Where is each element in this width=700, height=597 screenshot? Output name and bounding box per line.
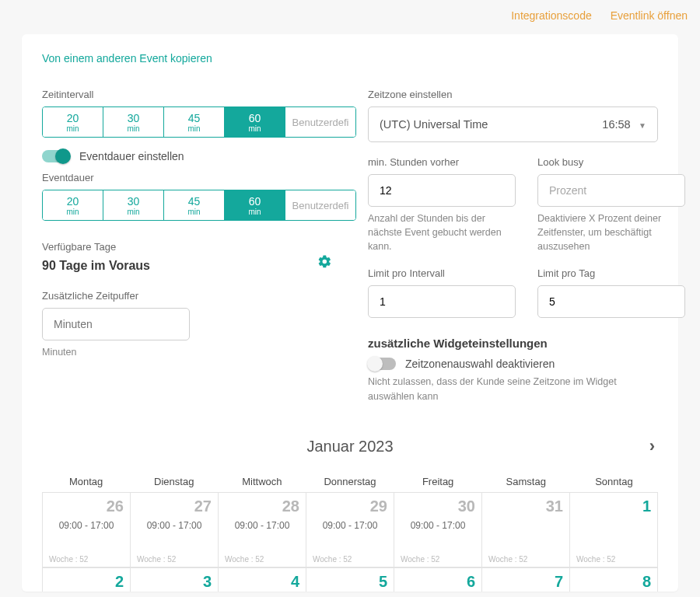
buffer-sublabel: Minuten: [42, 345, 332, 359]
interval-option-custom[interactable]: Benutzerdefi: [285, 190, 355, 220]
calendar-cell[interactable]: 2809:00 - 17:00Woche : 52: [219, 493, 306, 567]
calendar-title: Januar 2023: [306, 438, 393, 456]
calendar-dow: Samstag: [482, 471, 570, 492]
settings-card: Von einem anderen Event kopieren Zeitint…: [22, 34, 678, 592]
calendar-dow: Mittwoch: [218, 471, 306, 492]
min-hours-input[interactable]: [368, 174, 516, 207]
interval-option-30[interactable]: 30min: [103, 190, 164, 220]
available-days-value: 90 Tage im Voraus: [42, 259, 150, 273]
limit-day-label: Limit pro Tag: [537, 267, 685, 279]
calendar-cell[interactable]: 7: [482, 568, 570, 592]
min-hours-label: min. Stunden vorher: [368, 156, 516, 168]
interval-option-20[interactable]: 20min: [43, 190, 103, 220]
open-event-link[interactable]: Eventlink öffnen: [611, 9, 688, 22]
interval-option-30[interactable]: 30min: [103, 107, 164, 137]
calendar-cell[interactable]: 31Woche : 52: [482, 493, 570, 567]
timezone-select[interactable]: (UTC) Universal Time 16:58 ▼: [368, 106, 658, 142]
disable-tz-help: Nicht zulassen, dass der Kunde seine Zei…: [368, 375, 658, 403]
available-days-label: Verfügbare Tage: [42, 241, 150, 253]
calendar-dow-row: MontagDienstagMittwochDonnerstagFreitagS…: [42, 471, 658, 492]
disable-tz-toggle-label: Zeitzonenauswahl deaktivieren: [405, 358, 555, 370]
interval-option-60[interactable]: 60min: [225, 190, 285, 220]
calendar-cell[interactable]: 4: [219, 568, 306, 592]
calendar-dow: Sonntag: [570, 471, 658, 492]
calendar-cell[interactable]: 6: [394, 568, 482, 592]
copy-from-event-link[interactable]: Von einem anderen Event kopieren: [42, 52, 212, 65]
duration-segmented: 20min30min45min60minBenutzerdefi: [42, 190, 356, 221]
calendar-cell[interactable]: 3: [131, 568, 219, 592]
buffer-label: Zusätzliche Zeitpuffer: [42, 290, 332, 302]
set-duration-toggle-label: Eventdauer einstellen: [79, 150, 184, 162]
interval-option-custom[interactable]: Benutzerdefi: [285, 107, 355, 137]
interval-label: Zeitintervall: [42, 89, 332, 100]
limit-interval-label: Limit pro Intervall: [368, 267, 516, 279]
limit-interval-input[interactable]: [368, 285, 516, 318]
calendar-cell[interactable]: 2609:00 - 17:00Woche : 52: [43, 493, 131, 567]
look-busy-input[interactable]: [537, 174, 685, 207]
calendar-dow: Freitag: [394, 471, 482, 492]
min-hours-help: Anzahl der Stunden bis der nächste Event…: [368, 211, 516, 253]
interval-option-20[interactable]: 20min: [43, 107, 103, 137]
gear-icon[interactable]: [317, 254, 332, 273]
calendar-cell[interactable]: 2: [43, 568, 131, 592]
buffer-input[interactable]: [42, 308, 190, 340]
calendar-week-2: 2345678: [42, 567, 658, 592]
interval-option-60[interactable]: 60min: [225, 107, 285, 137]
calendar-dow: Dienstag: [130, 471, 218, 492]
timezone-label: Zeitzone einstellen: [368, 89, 658, 100]
interval-option-45[interactable]: 45min: [164, 190, 225, 220]
right-column: Zeitzone einstellen (UTC) Universal Time…: [368, 89, 658, 403]
calendar-week-1: 2609:00 - 17:00Woche : 522709:00 - 17:00…: [42, 492, 658, 567]
interval-option-45[interactable]: 45min: [164, 107, 225, 137]
calendar-next-icon[interactable]: ›: [649, 438, 655, 455]
timezone-time: 16:58: [602, 118, 630, 131]
integration-code-link[interactable]: Integrationscode: [511, 9, 592, 22]
calendar-dow: Montag: [42, 471, 130, 492]
interval-segmented: 20min30min45min60minBenutzerdefi: [42, 106, 356, 138]
calendar-cell[interactable]: 5: [306, 568, 394, 592]
timezone-value: (UTC) Universal Time: [380, 118, 488, 131]
limit-day-input[interactable]: [537, 285, 685, 318]
calendar-cell[interactable]: 2909:00 - 17:00Woche : 52: [306, 493, 394, 567]
disable-tz-toggle[interactable]: [368, 358, 396, 370]
left-column: Zeitintervall 20min30min45min60minBenutz…: [42, 89, 332, 403]
calendar-cell[interactable]: 1Woche : 52: [570, 493, 658, 567]
look-busy-label: Look busy: [537, 156, 685, 168]
widget-settings-title: zusätzliche Widgeteinstellungen: [368, 337, 658, 350]
calendar-cell[interactable]: 8: [570, 568, 658, 592]
chevron-down-icon: ▼: [639, 121, 646, 130]
set-duration-toggle[interactable]: [42, 150, 70, 162]
calendar-cell[interactable]: 2709:00 - 17:00Woche : 52: [131, 493, 219, 567]
calendar-cell[interactable]: 3009:00 - 17:00Woche : 52: [394, 493, 482, 567]
look-busy-help: Deaktiviere X Prozent deiner Zeitfenster…: [537, 211, 685, 253]
calendar-dow: Donnerstag: [306, 471, 394, 492]
duration-label: Eventdauer: [42, 172, 332, 183]
calendar-header: Januar 2023 ›: [42, 438, 658, 456]
